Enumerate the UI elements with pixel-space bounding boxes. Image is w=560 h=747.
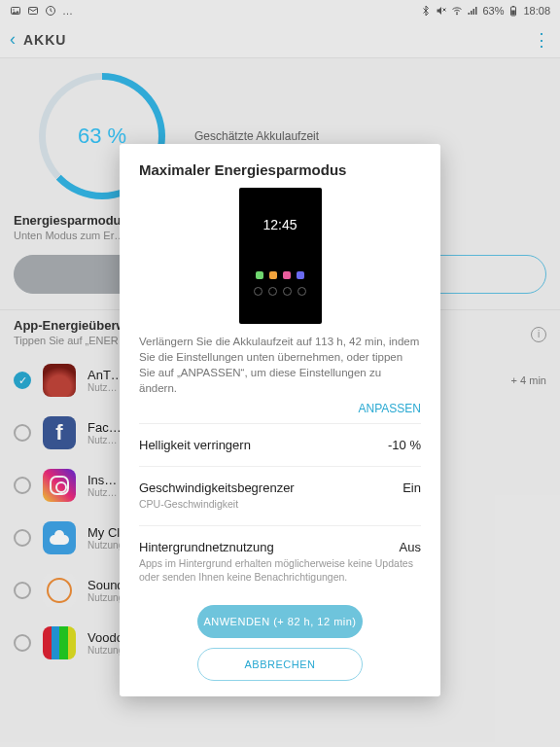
phone-preview: 12:45: [239, 188, 322, 324]
max-power-saving-modal: Maximaler Energiesparmodus 12:45 Verläng…: [120, 144, 440, 696]
modal-setting-row[interactable]: HintergrundnetznutzungAusApps im Hinterg…: [139, 530, 421, 593]
customize-link[interactable]: ANPASSEN: [139, 402, 421, 415]
modal-description: Verlängern Sie die Akkulaufzeit auf 113 …: [139, 334, 421, 396]
cancel-button[interactable]: ABBRECHEN: [197, 648, 363, 681]
setting-sub: Apps im Hintergrund erhalten möglicherwe…: [139, 556, 421, 584]
setting-value: Ein: [402, 480, 421, 495]
setting-sub: CPU-Geschwindigkeit: [139, 497, 421, 511]
modal-setting-row[interactable]: Helligkeit verringern-10 %: [139, 428, 421, 462]
setting-label: Geschwindigkeitsbegrenzer: [139, 480, 295, 495]
modal-title: Maximaler Energiesparmodus: [139, 161, 421, 178]
setting-value: Aus: [400, 540, 421, 554]
battery-percent-ring: 63 %: [39, 73, 165, 199]
setting-label: Hintergrundnetznutzung: [139, 540, 274, 554]
apply-button[interactable]: ANWENDEN (+ 82 h, 12 min): [197, 605, 363, 638]
setting-value: -10 %: [388, 438, 421, 452]
setting-label: Helligkeit verringern: [139, 438, 251, 452]
modal-setting-row[interactable]: GeschwindigkeitsbegrenzerEinCPU-Geschwin…: [139, 471, 421, 520]
